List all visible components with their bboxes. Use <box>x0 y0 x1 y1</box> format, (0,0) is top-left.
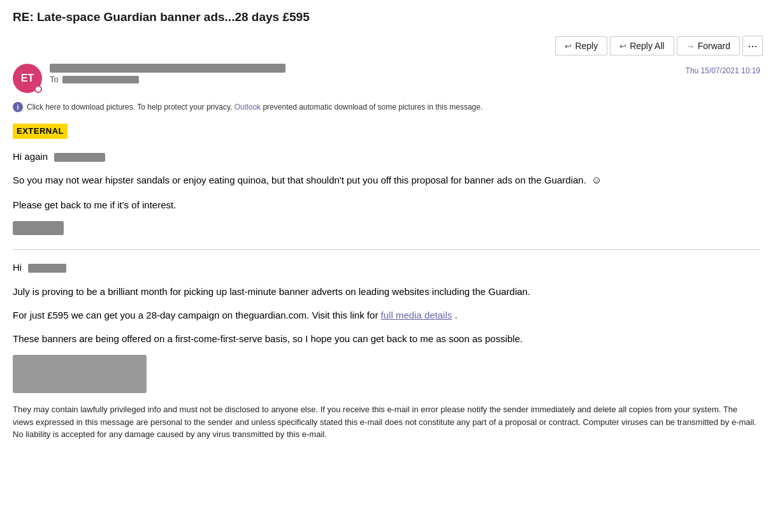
signature-block-1 <box>13 221 760 240</box>
reply-label: Reply <box>575 41 598 51</box>
more-icon: ··· <box>748 40 757 53</box>
timestamp: Thu 15/07/2021 10:19 <box>686 64 760 75</box>
avatar: ET <box>13 64 42 93</box>
body-para-1: So you may not wear hipster sandals or e… <box>13 173 760 189</box>
avatar-badge <box>34 85 42 93</box>
sender-row: ET To Thu 15/07/2021 10:19 <box>0 61 773 98</box>
signature-block-2 <box>13 355 760 393</box>
sender-name-redacted <box>50 64 285 73</box>
more-options-button[interactable]: ··· <box>742 36 763 56</box>
info-icon: i <box>13 102 23 112</box>
outlook-link[interactable]: Outlook <box>235 103 261 111</box>
avatar-initials: ET <box>21 73 34 84</box>
download-notice-text: Click here to download pictures. To help… <box>27 103 482 111</box>
reply-all-icon: ↩ <box>619 41 626 51</box>
sender-left: ET To <box>13 64 285 93</box>
forward-icon: → <box>686 41 695 51</box>
body-para-2: Please get back to me if it's of interes… <box>13 198 760 212</box>
greeting-para-2: Hi <box>13 260 760 275</box>
forward-label: Forward <box>698 41 730 51</box>
signature-redacted-1 <box>13 221 64 235</box>
sender-info: To <box>50 64 285 84</box>
email-divider <box>13 249 760 250</box>
greeting-hi-again: Hi again <box>13 151 48 162</box>
reply-button[interactable]: ↩ Reply <box>555 36 607 55</box>
reply-all-button[interactable]: ↩ Reply All <box>610 36 674 55</box>
full-media-details-link[interactable]: full media details <box>381 310 452 320</box>
to-name-redacted <box>62 76 139 83</box>
body-para-3: July is proving to be a brilliant month … <box>13 284 760 299</box>
external-badge: EXTERNAL <box>13 124 68 139</box>
to-row: To <box>50 75 285 84</box>
smiley-1: ☺ <box>591 175 602 185</box>
email-container: RE: Late-space Guardian banner ads...28 … <box>0 0 773 532</box>
name-redacted-1 <box>54 153 105 162</box>
download-notice[interactable]: i Click here to download pictures. To he… <box>0 98 773 119</box>
reply-all-label: Reply All <box>630 41 664 51</box>
email-subject: RE: Late-space Guardian banner ads...28 … <box>0 0 773 31</box>
toolbar: ↩ Reply ↩ Reply All → Forward ··· <box>0 31 773 61</box>
email-body: EXTERNAL Hi again So you may not wear hi… <box>0 119 773 454</box>
signature-image-redacted <box>13 355 147 393</box>
name-redacted-2 <box>28 264 66 273</box>
reply-icon: ↩ <box>565 41 572 51</box>
disclaimer: They may contain lawfully privileged inf… <box>13 403 760 441</box>
body-para-5: These banners are being offered on a fir… <box>13 331 760 346</box>
to-label: To <box>50 75 59 84</box>
body-para-4: For just £595 we can get you a 28-day ca… <box>13 308 760 322</box>
forward-button[interactable]: → Forward <box>677 36 740 55</box>
greeting-para-1: Hi again <box>13 149 760 164</box>
